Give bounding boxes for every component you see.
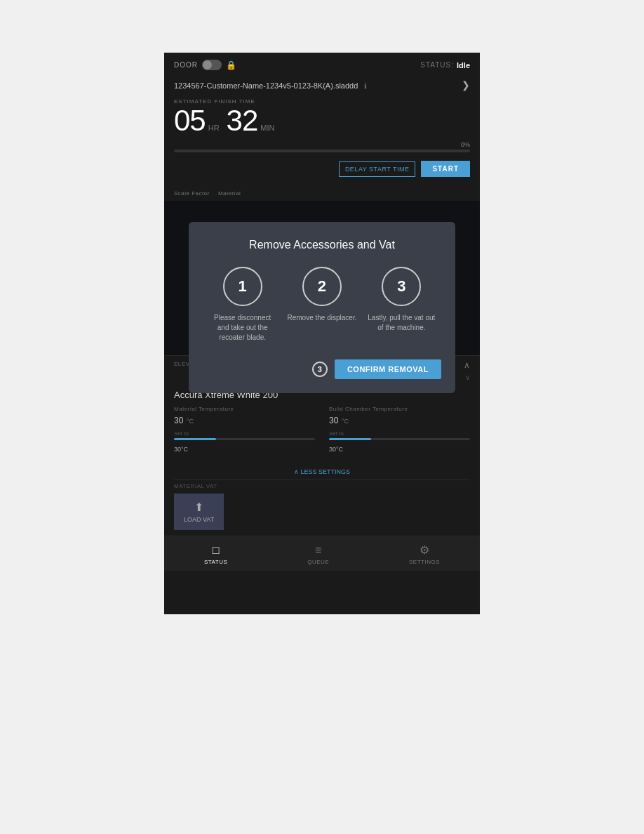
status-nav-label: STATUS	[204, 559, 227, 565]
step-3-number: 3	[397, 277, 405, 296]
queue-nav-label: QUEUE	[307, 559, 329, 565]
nav-queue[interactable]: ≡ QUEUE	[307, 544, 329, 565]
door-section: DOOR 🔒	[174, 60, 236, 70]
step-3-circle: 3	[382, 267, 421, 306]
status-value: Idle	[457, 61, 470, 70]
progress-section: 0%	[164, 138, 480, 155]
set-to-label-1: Set to	[174, 430, 315, 437]
scale-factor-col: Scale Factor	[174, 185, 210, 198]
step-2-circle: 2	[302, 267, 342, 306]
set-to-col-1: Set to 30°C	[174, 430, 315, 454]
build-chamber-label: Build Chamber Temperature	[329, 406, 470, 412]
set-value-2: 30°C	[329, 446, 343, 453]
slider-2[interactable]	[329, 438, 470, 440]
build-temp-unit: °C	[342, 418, 349, 425]
step-1-number: 1	[239, 277, 247, 296]
build-chamber-col: Build Chamber Temperature 30 °C	[329, 406, 470, 426]
slider-2-fill	[329, 438, 371, 440]
material-param-label: Material	[218, 190, 241, 197]
less-settings-button[interactable]: ∧ LESS SETTINGS	[164, 464, 480, 479]
material-section: Accura Xtreme White 200 Material Tempera…	[164, 383, 480, 464]
slider-1[interactable]	[174, 438, 315, 440]
progress-percent: 0%	[174, 141, 470, 148]
steps-row: 1 Please disconnect and take out the rec…	[203, 267, 441, 343]
device-frame: DOOR 🔒 STATUS: Idle 1234567-Customer-Nam…	[164, 53, 480, 614]
tab-chevron-up[interactable]: ∧	[464, 360, 470, 370]
step-3: 3 Lastly, pull the vat out of the machin…	[366, 267, 436, 333]
build-temp-value: 30	[329, 416, 338, 425]
back-arrow[interactable]: ❯	[462, 79, 470, 91]
job-row: 1234567-Customer-Name-1234v5-0123-8K(A).…	[164, 76, 480, 94]
start-button[interactable]: START	[421, 161, 470, 177]
settings-nav-label: SETTINGS	[409, 559, 440, 565]
main-content: Remove Accessories and Vat 1 Please disc…	[164, 201, 480, 355]
door-toggle[interactable]	[202, 60, 222, 70]
job-name-section: 1234567-Customer-Name-1234v5-0123-8K(A).…	[174, 79, 367, 91]
step-2: 2 Remove the displacer.	[287, 267, 357, 323]
step-2-text: Remove the displacer.	[288, 313, 357, 323]
bottom-nav: □ STATUS ≡ QUEUE ⚙ SETTINGS	[164, 536, 480, 571]
status-label: STATUS:	[420, 61, 454, 69]
queue-nav-icon: ≡	[315, 544, 321, 557]
set-to-label-2: Set to	[329, 430, 470, 437]
lock-icon: 🔒	[226, 60, 236, 70]
job-name: 1234567-Customer-Name-1234v5-0123-8K(A).…	[174, 81, 358, 90]
material-temp-value: 30	[174, 416, 183, 425]
step-3-text: Lastly, pull the vat out of the machine.	[366, 313, 436, 333]
modal-overlay: Remove Accessories and Vat 1 Please disc…	[164, 201, 480, 355]
delay-start-button[interactable]: DELAY START TIME	[339, 161, 416, 177]
set-to-col-2: Set to 30°C	[329, 430, 470, 454]
step-1: 1 Please disconnect and take out the rec…	[208, 267, 278, 343]
header: DOOR 🔒 STATUS: Idle	[164, 53, 480, 76]
set-to-row: Set to 30°C Set to 30°C	[174, 430, 470, 454]
step-1-circle: 1	[223, 267, 262, 306]
timer-minutes: 32	[227, 106, 258, 135]
nav-status[interactable]: □ STATUS	[204, 544, 227, 565]
set-value-1: 30°C	[174, 446, 188, 453]
load-vat-label: LOAD VAT	[184, 516, 214, 523]
scale-factor-label: Scale Factor	[174, 190, 210, 197]
tab-chevron-down[interactable]: ∨	[465, 373, 470, 381]
footer-badge: 3	[312, 362, 328, 377]
material-temp-col: Material Temperature 30 °C	[174, 406, 315, 426]
step-2-number: 2	[318, 277, 326, 296]
slider-1-fill	[174, 438, 216, 440]
params-row: Scale Factor Material	[164, 183, 480, 201]
modal-title: Remove Accessories and Vat	[203, 239, 441, 251]
upload-icon: ⬆	[194, 501, 203, 514]
nav-settings[interactable]: ⚙ SETTINGS	[409, 543, 440, 565]
timer-display: 05 HR 32 MIN	[174, 106, 470, 135]
temp-row: Material Temperature 30 °C Build Chamber…	[174, 406, 470, 426]
estimated-label: ESTIMATED FINISH TIME	[174, 98, 470, 105]
modal-footer: 3 CONFIRM REMOVAL	[203, 359, 441, 379]
remove-accessories-modal: Remove Accessories and Vat 1 Please disc…	[189, 222, 455, 393]
load-vat-button[interactable]: ⬆ LOAD VAT	[174, 494, 224, 530]
timer-min-unit: MIN	[260, 124, 274, 132]
door-label: DOOR	[174, 61, 198, 69]
progress-bar	[174, 150, 470, 152]
vat-section: MATERIAL VAT ⬆ LOAD VAT	[164, 480, 480, 536]
toggle-knob	[203, 60, 212, 70]
settings-nav-icon: ⚙	[420, 543, 429, 557]
material-temp-unit: °C	[187, 418, 194, 425]
confirm-removal-button[interactable]: CONFIRM REMOVAL	[335, 359, 441, 379]
material-col: Material	[218, 185, 241, 198]
controls-row: DELAY START TIME START	[164, 155, 480, 183]
status-section: STATUS: Idle	[420, 61, 470, 70]
material-temp-label: Material Temperature	[174, 406, 315, 412]
info-icon[interactable]: ℹ	[364, 82, 367, 90]
status-nav-icon: □	[213, 544, 220, 557]
timer-hours: 05	[174, 106, 206, 135]
timer-hr-unit: HR	[208, 124, 220, 132]
timer-section: ESTIMATED FINISH TIME 05 HR 32 MIN	[164, 94, 480, 138]
step-1-text: Please disconnect and take out the recoa…	[208, 313, 278, 343]
vat-label: MATERIAL VAT	[174, 483, 470, 489]
